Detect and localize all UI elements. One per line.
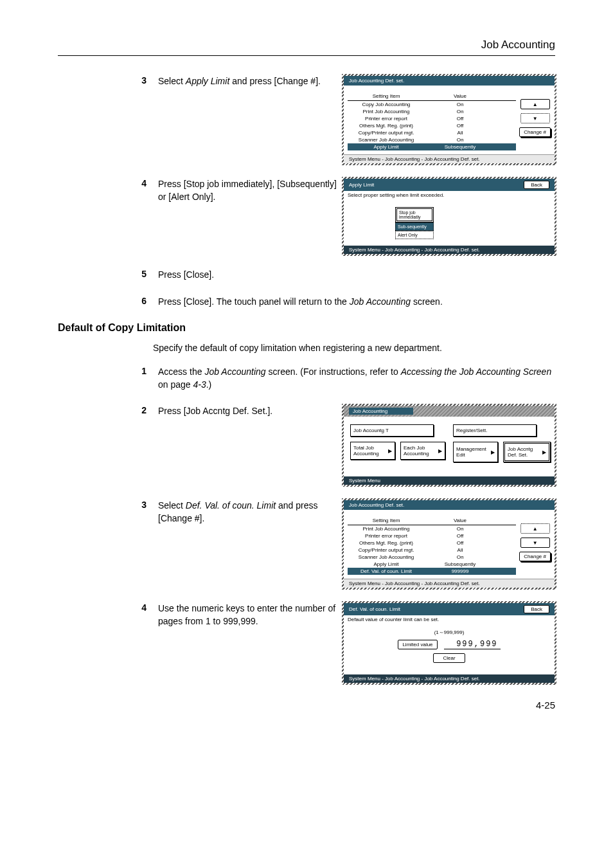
step-text: Use the numeric keys to enter the number… (158, 602, 338, 628)
setting-item: Copy/Printer output mgt. (348, 547, 425, 553)
panel-subtitle: Select proper setting when limit exceede… (344, 191, 555, 198)
back-button[interactable]: Back (524, 181, 549, 189)
step-text: Select Apply Limit and press [Change #]. (158, 75, 338, 88)
range-label: (1～999,999) (434, 629, 465, 636)
col-header: Value (425, 93, 495, 99)
step-text: Access the Job Accounting screen. (For i… (158, 366, 555, 391)
panel-title: Job Accounting Def. set. (349, 78, 404, 84)
panel-apply-limit: Apply Limit Back Select proper setting w… (343, 178, 555, 255)
step-number: 3 (58, 500, 153, 510)
step-number: 3 (58, 75, 153, 86)
card-job-accountg-t[interactable]: Job Accountg T (350, 424, 434, 437)
chevron-right-icon: ▶ (491, 449, 495, 455)
status-bar: System Menu - Job Accounting - Job Accou… (344, 579, 555, 588)
page-number: 4-25 (536, 700, 555, 710)
status-bar: System Menu - Job Accounting - Job Accou… (344, 154, 555, 163)
card-each-job-accounting[interactable]: Each Job Accounting▶ (400, 442, 445, 460)
change-button[interactable]: Change # (519, 552, 551, 561)
card-job-accntg-def-set[interactable]: Job Accntg Def. Set.▶ (503, 442, 551, 462)
section-intro: Specify the default of copy limitation w… (153, 343, 555, 353)
setting-item: Scanner Job Accounting (348, 554, 425, 560)
chevron-right-icon: ▶ (388, 448, 392, 454)
back-button[interactable]: Back (524, 605, 549, 613)
option-alert-only[interactable]: Alert Only (395, 231, 434, 239)
setting-item: Others Mgt. Reg. (print) (348, 540, 425, 546)
setting-item: Printer error report (348, 116, 425, 122)
step-number: 5 (58, 269, 153, 279)
clear-button[interactable]: Clear (433, 653, 465, 663)
panel-title: Job Accounting (349, 408, 413, 415)
panel-title: Def. Val. of coun. Limit (349, 606, 400, 612)
panel-title: Job Accounting Def. set. (349, 502, 404, 508)
step-number: 6 (58, 296, 153, 306)
col-header: Value (425, 518, 495, 523)
card-management-edit[interactable]: Management Edit▶ (453, 442, 498, 462)
limit-value-field[interactable]: 999,999 (444, 640, 501, 649)
step-text: Press [Job Accntg Def. Set.]. (158, 405, 338, 418)
status-bar: System Menu - Job Accounting - Job Accou… (344, 674, 555, 683)
step-number: 1 (58, 366, 153, 376)
step-text: Select Def. Val. of coun. Limit and pres… (158, 500, 338, 525)
setting-item: Printer error report (348, 533, 425, 539)
setting-item-selected[interactable]: Def. Val. of coun. Limit (348, 568, 425, 574)
setting-item-selected[interactable]: Apply Limit (348, 144, 425, 150)
card-register-sett[interactable]: Register/Sett. (453, 424, 537, 437)
setting-item: Copy Job Accounting (348, 102, 425, 107)
status-bar: System Menu - Job Accounting - Job Accou… (344, 246, 555, 254)
card-total-job-accounting[interactable]: Total Job Accounting▶ (350, 442, 395, 460)
step-text: Press [Close]. The touch panel will retu… (158, 296, 555, 309)
setting-item: Others Mgt. Reg. (print) (348, 123, 425, 129)
setting-item: Apply Limit (348, 561, 425, 567)
scroll-down-icon[interactable]: ▼ (520, 113, 550, 123)
setting-item: Print Job Accounting (348, 109, 425, 114)
panel-title: Apply Limit (349, 182, 374, 188)
col-header: Setting Item (348, 518, 425, 523)
setting-item: Scanner Job Accounting (348, 137, 425, 143)
col-header: Setting Item (348, 93, 425, 99)
step-number: 4 (58, 178, 153, 188)
panel-subtitle: Default value of counter limit can be se… (344, 615, 555, 622)
status-bar: System Menu (344, 476, 555, 485)
change-button[interactable]: Change # (519, 127, 551, 137)
chevron-right-icon: ▶ (542, 449, 546, 455)
scroll-up-icon[interactable]: ▲ (520, 99, 550, 109)
setting-item: Print Job Accounting (348, 526, 425, 532)
chevron-right-icon: ▶ (438, 448, 442, 454)
scroll-up-icon[interactable]: ▲ (520, 523, 550, 534)
step-number: 2 (58, 405, 153, 415)
panel-job-acct-def-set-2: Job Accounting Def. set. Setting Item Va… (343, 500, 555, 588)
limited-value-label: Limited value (398, 640, 437, 649)
panel-job-accounting-menu: Job Accounting Job Accountg T Total Job … (343, 405, 555, 485)
header-rule (58, 55, 555, 56)
step-text: Press [Stop job immediately], [Subsequen… (158, 178, 338, 203)
page-header: Job Accounting (58, 39, 555, 51)
panel-def-val-coun-limit: Def. Val. of coun. Limit Back Default va… (343, 602, 555, 683)
setting-item: Copy/Printer output mgt. (348, 130, 425, 136)
step-number: 4 (58, 602, 153, 613)
step-text: Press [Close]. (158, 269, 555, 282)
option-subsequently[interactable]: Sub-sequently (395, 222, 434, 231)
option-stop-job[interactable]: Stop job immediatly (395, 207, 434, 222)
scroll-down-icon[interactable]: ▼ (520, 538, 550, 548)
panel-job-acct-def-set-1: Job Accounting Def. set. Setting Item Va… (343, 75, 555, 164)
section-heading: Default of Copy Limitation (58, 322, 555, 334)
